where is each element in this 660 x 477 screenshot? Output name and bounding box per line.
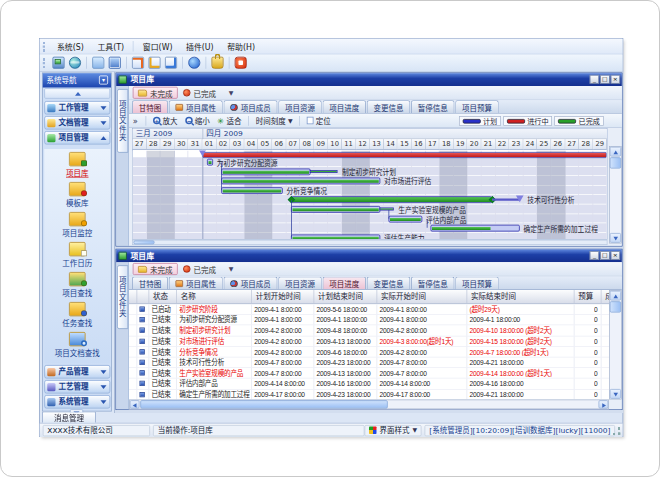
scroll-down-button[interactable]: [610, 389, 621, 399]
scroll-up-button[interactable]: [610, 147, 621, 157]
scroll-thumb[interactable]: [134, 241, 155, 245]
overflow-chevron[interactable]: »: [133, 116, 138, 126]
menu-item-3[interactable]: 窗口(W): [136, 40, 179, 53]
menu-item-2[interactable]: 工具(T): [91, 40, 131, 53]
info-icon[interactable]: [188, 57, 200, 69]
sidebar-group-文档管理[interactable]: 文档管理: [44, 116, 110, 130]
sidebar-item-任务查找[interactable]: 任务查找: [44, 302, 110, 328]
workspace-icon[interactable]: [53, 57, 65, 69]
maximize-button[interactable]: □: [600, 75, 610, 84]
menu-item-4[interactable]: 插件(U): [179, 40, 220, 53]
ui-style-selector[interactable]: 界面样式▼: [365, 425, 422, 436]
zoom-out-button[interactable]: −缩小: [181, 115, 213, 126]
subtab-项目属性[interactable]: 项目属性: [169, 100, 223, 113]
gantt-horizontal-scrollbar[interactable]: [132, 240, 608, 245]
folder-open-icon[interactable]: [109, 57, 121, 69]
minimize-button[interactable]: _: [590, 75, 600, 84]
scroll-down-button[interactable]: [610, 233, 621, 243]
sidebar-item-项目监控[interactable]: 项目监控: [44, 212, 110, 238]
column-header-计划结束时间[interactable]: 计划结束时间: [314, 290, 377, 304]
sidebar-item-项目查找[interactable]: 项目查找: [44, 272, 110, 298]
gantt-bar-确定生产所需的加工过程[interactable]: [430, 225, 520, 232]
sidebar-item-项目文档查找[interactable]: 项目文档查找: [44, 332, 110, 358]
scroll-thumb[interactable]: [610, 301, 621, 312]
sidebar-item-项目库[interactable]: 项目库: [44, 152, 110, 178]
resize-grip[interactable]: [613, 427, 621, 435]
sidebar-item-模板库[interactable]: 模板库: [44, 182, 110, 208]
gantt-vertical-scrollbar[interactable]: [609, 146, 622, 244]
gantt-bar-对市场进行评估[interactable]: [221, 178, 380, 185]
gantt-bar-制定初步研究计划[interactable]: [221, 168, 311, 175]
sidebar-group-系统管理[interactable]: 系统管理: [44, 395, 110, 409]
filter-dropdown-icon[interactable]: ▼: [229, 89, 234, 96]
subtab-项目资源[interactable]: 项目资源: [278, 100, 322, 113]
gantt-bar-评估内部产品[interactable]: [388, 215, 422, 222]
folder-icon[interactable]: [92, 57, 104, 69]
column-header-名称[interactable]: 名称: [177, 290, 252, 304]
filter-tab-未完成[interactable]: 未完成: [133, 263, 178, 275]
project-folder-tab[interactable]: 项目文件夹: [117, 89, 128, 153]
subtab-变更信息[interactable]: 变更信息: [367, 277, 411, 290]
progress-window-titlebar[interactable]: 项目库 _ □ ×: [116, 250, 622, 263]
gantt-bar-分析竞争情况[interactable]: [221, 187, 283, 194]
filter-tab-已完成[interactable]: 已完成: [178, 87, 222, 99]
table-row[interactable]: 已结束确定生产所需的加工过程2009-4-17 8:00:002009-4-23…: [129, 389, 609, 399]
subtab-项目资源[interactable]: 项目资源: [278, 277, 322, 290]
table-row[interactable]: 已结束生产实验室规模的产品2009-4-7 8:00:002009-4-13 1…: [129, 368, 609, 379]
column-header-预算[interactable]: 预算: [575, 290, 602, 304]
subtab-暂停信息[interactable]: 暂停信息: [411, 277, 455, 290]
locate-button[interactable]: 定位: [303, 115, 335, 126]
subtab-暂停信息[interactable]: 暂停信息: [411, 100, 455, 113]
close-button[interactable]: ×: [611, 75, 621, 84]
gantt-bar-生产实验室规模的产品[interactable]: [291, 206, 381, 213]
scroll-thumb[interactable]: [140, 400, 388, 408]
menu-item-1[interactable]: 系统(S): [50, 40, 90, 53]
table-row[interactable]: 已结束制定初步研究计划2009-4-2 8:00:002009-4-8 18:0…: [129, 326, 609, 337]
column-header-实际结束时间[interactable]: 实际结束时间: [467, 290, 574, 304]
maximize-button[interactable]: □: [600, 251, 610, 260]
subtab-甘特图[interactable]: 甘特图: [132, 100, 168, 113]
filter-tab-已完成[interactable]: 已完成: [178, 263, 222, 275]
scroll-up-button[interactable]: [610, 291, 621, 301]
scroll-right-button[interactable]: [599, 400, 609, 408]
exit-icon[interactable]: [235, 57, 247, 69]
table-row[interactable]: 已结束技术可行性分析2009-4-7 8:00:002009-4-23 18:0…: [129, 358, 609, 369]
filter-tab-未完成[interactable]: 未完成: [133, 87, 178, 99]
report2-icon[interactable]: [149, 57, 161, 69]
sidebar-collapse-button[interactable]: [44, 88, 110, 99]
subtab-项目属性[interactable]: 项目属性: [169, 277, 223, 290]
zoom-in-button[interactable]: +放大: [149, 115, 181, 126]
lock-icon[interactable]: [212, 57, 224, 69]
table-row[interactable]: 已结束对市场进行评估2009-4-2 8:00:002009-4-13 18:0…: [129, 336, 609, 347]
column-header-计划开始时间[interactable]: 计划开始时间: [252, 290, 314, 304]
column-header-blank[interactable]: [137, 290, 149, 304]
project-folder-tab[interactable]: 项目文件夹: [117, 265, 128, 329]
sidebar-item-工作日历[interactable]: 工作日历: [44, 242, 110, 268]
gantt-bar-评估生产能力[interactable]: [291, 234, 381, 239]
scroll-left-button[interactable]: [130, 400, 140, 408]
subtab-项目进度[interactable]: 项目进度: [323, 277, 367, 290]
report3-icon[interactable]: [165, 57, 177, 69]
subtab-项目成员[interactable]: 项目成员: [224, 100, 278, 113]
sidebar-group-产品管理[interactable]: 产品管理: [44, 365, 110, 379]
subtab-项目预算[interactable]: 项目预算: [455, 277, 499, 290]
pin-icon[interactable]: ▾: [99, 76, 108, 85]
time-scale-button[interactable]: 时间刻度▼: [252, 115, 296, 126]
report-icon[interactable]: [132, 57, 144, 69]
subtab-甘特图[interactable]: 甘特图: [132, 277, 168, 290]
message-management-tab[interactable]: 消息管理: [42, 412, 96, 423]
gantt-bar-为初步研究分配资源[interactable]: [207, 159, 213, 166]
column-header-状态[interactable]: 状态: [149, 290, 177, 304]
sidebar-group-工作管理[interactable]: 工作管理: [44, 101, 110, 115]
minimize-button[interactable]: _: [590, 251, 600, 260]
sidebar-group-工艺管理[interactable]: 工艺管理: [44, 380, 110, 394]
column-header-实际开始时间[interactable]: 实际开始时间: [377, 290, 467, 304]
table-row[interactable]: 已启动初步研究阶段2009-4-1 8:00:002009-5-6 18:00:…: [129, 304, 609, 315]
gantt-bar-技术可行性分析[interactable]: [291, 197, 492, 204]
menu-item-5[interactable]: 帮助(H): [220, 40, 261, 53]
sidebar-group-项目管理[interactable]: 项目管理: [44, 131, 110, 145]
subtab-变更信息[interactable]: 变更信息: [367, 100, 411, 113]
globe-icon[interactable]: [69, 57, 81, 69]
table-horizontal-scrollbar[interactable]: [129, 400, 609, 410]
table-vertical-scrollbar[interactable]: [609, 290, 622, 400]
